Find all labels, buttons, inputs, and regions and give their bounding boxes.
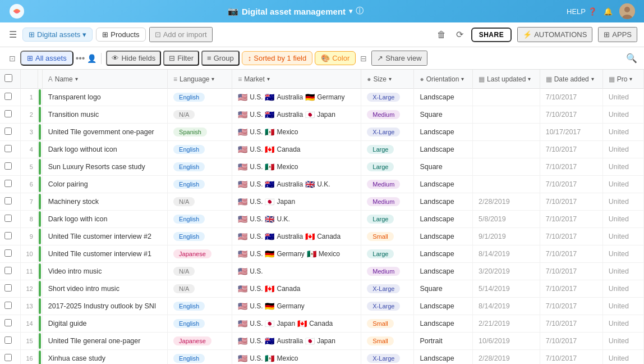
color-button[interactable]: 🎨 Color bbox=[315, 51, 356, 65]
name-cell[interactable]: Dark logo without icon bbox=[42, 141, 167, 158]
products-tab[interactable]: ⊞ Products bbox=[96, 28, 145, 42]
orientation-col-dropdown[interactable]: ▾ bbox=[461, 76, 464, 82]
notification-bell-icon[interactable]: 🔔 bbox=[604, 7, 613, 16]
name-cell[interactable]: 2017-2025 Industry outlook by SNI bbox=[42, 298, 167, 315]
row-number: 2 bbox=[20, 106, 38, 124]
hide-fields-button[interactable]: 👁 Hide fields bbox=[106, 51, 161, 66]
header-market[interactable]: ≡ Market ▾ bbox=[232, 70, 361, 89]
person-icon[interactable]: 👤 bbox=[87, 54, 96, 63]
sidebar-toggle-icon[interactable]: ⊡ bbox=[7, 52, 18, 65]
name-cell[interactable]: Digital guide bbox=[42, 315, 167, 333]
row-checkbox-cell[interactable] bbox=[0, 333, 20, 350]
delete-icon[interactable]: 🗑 bbox=[435, 28, 448, 42]
row-checkbox[interactable] bbox=[4, 110, 12, 117]
dateadded-col-dropdown[interactable]: ▾ bbox=[591, 76, 594, 82]
name-cell[interactable]: United Tile government one-pager bbox=[42, 124, 167, 141]
row-checkbox-cell[interactable] bbox=[0, 350, 20, 365]
row-checkbox-cell[interactable] bbox=[0, 315, 20, 333]
header-date-added[interactable]: ▦ Date added ▾ bbox=[540, 70, 602, 89]
row-checkbox-cell[interactable] bbox=[0, 176, 20, 193]
row-checkbox-cell[interactable] bbox=[0, 263, 20, 280]
row-checkbox[interactable] bbox=[4, 128, 12, 135]
orientation-cell: Landscape bbox=[414, 211, 473, 228]
name-cell[interactable]: Transition music bbox=[42, 106, 167, 124]
info-icon[interactable]: ⓘ bbox=[356, 6, 364, 16]
name-cell[interactable]: Dark logo with icon bbox=[42, 211, 167, 228]
sorted-button[interactable]: ↕ Sorted by 1 field bbox=[242, 51, 312, 65]
row-checkbox[interactable] bbox=[4, 162, 12, 170]
name-cell[interactable]: United Tile customer interview #1 bbox=[42, 245, 167, 263]
digital-assets-button[interactable]: ⊞ Digital assets ▾ bbox=[22, 28, 93, 42]
row-checkbox-cell[interactable] bbox=[0, 193, 20, 211]
row-checkbox-cell[interactable] bbox=[0, 211, 20, 228]
row-checkbox[interactable] bbox=[4, 197, 12, 204]
row-checkbox[interactable] bbox=[4, 180, 12, 187]
name-cell[interactable]: Color pairing bbox=[42, 176, 167, 193]
menu-icon[interactable]: ☰ bbox=[7, 27, 19, 42]
share-view-button[interactable]: ↗ Share view bbox=[371, 51, 427, 66]
row-checkbox-cell[interactable] bbox=[0, 280, 20, 298]
row-checkbox-cell[interactable] bbox=[0, 124, 20, 141]
row-checkbox[interactable] bbox=[4, 302, 12, 309]
header-language[interactable]: ≡ Language ▾ bbox=[168, 70, 232, 89]
name-cell[interactable]: Sun Luxury Resorts case study bbox=[42, 158, 167, 176]
row-checkbox[interactable] bbox=[4, 249, 12, 257]
row-checkbox-cell[interactable] bbox=[0, 89, 20, 106]
row-height-icon[interactable]: ⊟ bbox=[358, 52, 369, 65]
header-size[interactable]: ● Size ▾ bbox=[361, 70, 414, 89]
automations-button[interactable]: ⚡ AUTOMATIONS bbox=[517, 27, 592, 42]
header-orientation[interactable]: ● Orientation ▾ bbox=[414, 70, 473, 89]
row-checkbox[interactable] bbox=[4, 93, 12, 100]
name-cell[interactable]: Transparent logo bbox=[42, 89, 167, 106]
name-cell[interactable]: Machinery stock bbox=[42, 193, 167, 211]
row-checkbox[interactable] bbox=[4, 267, 12, 274]
title-dropdown-icon[interactable]: ▾ bbox=[349, 7, 352, 15]
row-checkbox[interactable] bbox=[4, 284, 12, 292]
market-col-dropdown[interactable]: ▾ bbox=[267, 76, 270, 82]
header-pro[interactable]: ▦ Pro ▾ bbox=[602, 70, 643, 89]
all-assets-button[interactable]: ⊞ All assets bbox=[20, 51, 73, 66]
size-badge: Large bbox=[367, 162, 394, 171]
market-cell: 🇺🇸U.S.🇯🇵Japan🇨🇦Canada bbox=[232, 315, 361, 333]
name-col-dropdown[interactable]: ▾ bbox=[75, 76, 78, 82]
name-cell[interactable]: Video intro music bbox=[42, 263, 167, 280]
size-col-dropdown[interactable]: ▾ bbox=[389, 76, 392, 82]
avatar[interactable] bbox=[619, 3, 635, 19]
row-checkbox-cell[interactable] bbox=[0, 298, 20, 315]
name-cell[interactable]: Short video intro music bbox=[42, 280, 167, 298]
search-icon[interactable]: 🔍 bbox=[626, 53, 637, 63]
row-checkbox[interactable] bbox=[4, 145, 12, 152]
row-checkbox[interactable] bbox=[4, 232, 12, 239]
filter-button[interactable]: ⊟ Filter bbox=[163, 51, 199, 66]
row-checkbox[interactable] bbox=[4, 336, 12, 344]
help-button[interactable]: HELP ❓ bbox=[567, 7, 597, 16]
name-cell[interactable]: United Tile customer interview #2 bbox=[42, 228, 167, 245]
market-item: 🇲🇽Mexico bbox=[265, 162, 298, 171]
row-checkbox-cell[interactable] bbox=[0, 245, 20, 263]
name-cell[interactable]: Xinhua case study bbox=[42, 350, 167, 365]
view-more-icon[interactable]: ••• bbox=[76, 53, 85, 63]
lastupdated-col-dropdown[interactable]: ▾ bbox=[528, 76, 531, 82]
row-checkbox[interactable] bbox=[4, 215, 12, 222]
select-all-checkbox[interactable] bbox=[4, 74, 12, 82]
last-updated-cell bbox=[473, 106, 540, 124]
row-checkbox-cell[interactable] bbox=[0, 228, 20, 245]
row-checkbox[interactable] bbox=[4, 354, 12, 361]
market-label: Australia bbox=[277, 93, 303, 101]
name-cell[interactable]: United Tile general one-pager bbox=[42, 333, 167, 350]
pro-col-dropdown[interactable]: ▾ bbox=[629, 76, 632, 82]
header-last-updated[interactable]: ▦ Last updated ▾ bbox=[473, 70, 540, 89]
share-button[interactable]: SHARE bbox=[471, 28, 512, 42]
filter-icon: ⊟ bbox=[169, 54, 175, 62]
row-checkbox[interactable] bbox=[4, 319, 12, 326]
header-name[interactable]: A Name ▾ bbox=[42, 70, 167, 89]
apps-button[interactable]: ⊞ APPS bbox=[598, 27, 637, 42]
table-row: 16Xinhua case studyEnglish🇺🇸U.S.🇲🇽Mexico… bbox=[0, 350, 644, 365]
add-import-button[interactable]: ⊡ Add or import bbox=[149, 27, 213, 42]
history-icon[interactable]: ⟳ bbox=[454, 27, 466, 42]
row-checkbox-cell[interactable] bbox=[0, 141, 20, 158]
language-col-dropdown[interactable]: ▾ bbox=[211, 76, 214, 82]
row-checkbox-cell[interactable] bbox=[0, 106, 20, 124]
group-button[interactable]: ≡ Group bbox=[201, 51, 240, 66]
row-checkbox-cell[interactable] bbox=[0, 158, 20, 176]
